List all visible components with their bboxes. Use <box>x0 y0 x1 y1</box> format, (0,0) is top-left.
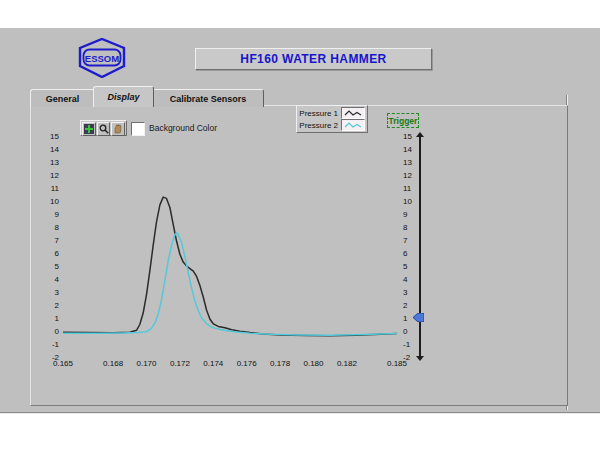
waveform-icon <box>344 109 362 117</box>
y-tick-label: 12 <box>37 171 59 180</box>
title-plate: HF160 WATER HAMMER <box>195 48 432 70</box>
y-tick-label-right: 3 <box>403 288 425 297</box>
x-tick-label: 0.168 <box>96 359 130 368</box>
y-tick-label: 6 <box>37 249 59 258</box>
y-tick-label-right: 2 <box>403 301 425 310</box>
y-tick-label: 5 <box>37 262 59 271</box>
y-tick-label-right: 0 <box>403 327 425 336</box>
y-tick-label-right: 14 <box>403 145 425 154</box>
crosshair-icon <box>84 124 94 134</box>
y-tick-label: 4 <box>37 275 59 284</box>
y-tick-label-right: 11 <box>403 184 425 193</box>
x-tick-label: 0.178 <box>263 359 297 368</box>
x-tick-label: 0.165 <box>46 359 80 368</box>
x-tick-label: 0.180 <box>297 359 331 368</box>
trigger-slider-thumb[interactable] <box>413 313 424 322</box>
magnifier-icon <box>99 124 109 134</box>
y-tick-label-right: 7 <box>403 236 425 245</box>
y-tick-label: 11 <box>37 184 59 193</box>
tab-display[interactable]: Display <box>93 86 154 107</box>
x-tick-label: 0.185 <box>380 359 414 368</box>
x-tick-label: 0.182 <box>330 359 364 368</box>
y-tick-label: 14 <box>37 145 59 154</box>
y-tick-label-right: 8 <box>403 223 425 232</box>
legend-item-pressure-2[interactable]: Pressure 2 <box>299 119 365 131</box>
y-tick-label: 10 <box>37 197 59 206</box>
legend-sample-box[interactable] <box>341 119 365 131</box>
background-color-label: Background Color <box>149 123 217 133</box>
plot-series-layer <box>63 136 397 357</box>
plot-legend: Pressure 1 Pressure 2 <box>296 105 368 133</box>
y-tick-label-right: 9 <box>403 210 425 219</box>
waveform-icon <box>344 121 362 129</box>
crosshair-tool-button[interactable] <box>82 122 96 136</box>
zoom-tool-button[interactable] <box>97 122 111 136</box>
y-tick-label: 7 <box>37 236 59 245</box>
y-tick-label-right: 5 <box>403 262 425 271</box>
x-tick-label: 0.174 <box>196 359 230 368</box>
trigger-button-label: Trigger <box>389 116 418 126</box>
legend-label: Pressure 1 <box>299 109 338 118</box>
graph-palette <box>80 120 127 136</box>
background-color-checkbox[interactable] <box>131 122 145 136</box>
y-tick-label: 0 <box>37 327 59 336</box>
y-tick-label-right: 12 <box>403 171 425 180</box>
tab-general[interactable]: General <box>30 89 95 107</box>
legend-label: Pressure 2 <box>299 121 338 130</box>
x-tick-label: 0.176 <box>230 359 264 368</box>
y-tick-label: 3 <box>37 288 59 297</box>
y-tick-label-right: 4 <box>403 275 425 284</box>
series-pressure-1 <box>63 197 397 336</box>
trigger-button[interactable]: Trigger <box>387 113 419 128</box>
y-tick-label: 13 <box>37 158 59 167</box>
y-tick-label-right: 6 <box>403 249 425 258</box>
y-tick-label: 2 <box>37 301 59 310</box>
svg-text:ESSOM: ESSOM <box>85 53 119 64</box>
page-title: HF160 WATER HAMMER <box>240 52 386 66</box>
legend-sample-box[interactable] <box>341 107 365 119</box>
y-tick-label-right: 10 <box>403 197 425 206</box>
x-tick-label: 0.172 <box>163 359 197 368</box>
y-tick-label: 9 <box>37 210 59 219</box>
y-tick-label: 15 <box>37 132 59 141</box>
y-tick-label: 8 <box>37 223 59 232</box>
y-tick-label-right: 13 <box>403 158 425 167</box>
pan-tool-button[interactable] <box>111 122 125 136</box>
tab-calibrate-sensors[interactable]: Calibrate Sensors <box>152 89 264 107</box>
y-tick-label: -1 <box>37 340 59 349</box>
x-tick-label: 0.170 <box>130 359 164 368</box>
essom-logo-icon: ESSOM <box>78 38 126 78</box>
y-tick-label-right: 15 <box>403 132 425 141</box>
essom-logo: ESSOM <box>78 38 126 78</box>
legend-item-pressure-1[interactable]: Pressure 1 <box>299 107 365 119</box>
series-pressure-2 <box>63 233 397 335</box>
hand-icon <box>113 124 123 134</box>
y-tick-label: 1 <box>37 314 59 323</box>
y-tick-label-right: -1 <box>403 340 425 349</box>
